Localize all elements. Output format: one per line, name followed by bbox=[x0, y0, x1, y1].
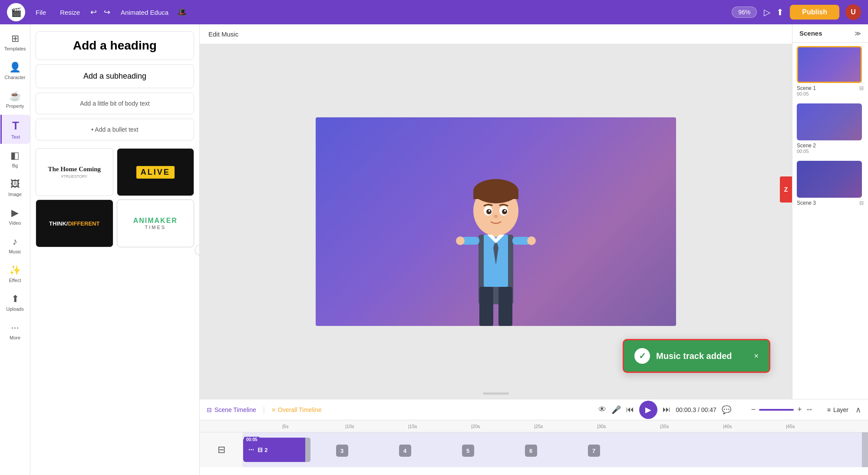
sidebar-item-character[interactable]: 👤 Character bbox=[0, 57, 30, 84]
panel-collapse-arrow[interactable]: ‹ bbox=[195, 245, 200, 255]
zoom-plus[interactable]: + bbox=[797, 405, 802, 414]
track-label-icon: ⊟ bbox=[218, 444, 225, 455]
layer-icon: ≡ bbox=[827, 406, 831, 413]
red-z-button[interactable]: Z bbox=[780, 176, 792, 203]
share-button[interactable]: ⬆ bbox=[776, 7, 784, 17]
property-icon: ☕ bbox=[9, 90, 21, 102]
play-button[interactable]: ▶ bbox=[639, 401, 657, 419]
scene-timeline-icon: ⊟ bbox=[207, 406, 212, 413]
resize-menu[interactable]: Resize bbox=[56, 7, 83, 18]
template-thumb-1[interactable]: The Home Coming #TRUESTORY bbox=[36, 148, 113, 196]
sidebar-item-image[interactable]: 🖼 Image bbox=[0, 174, 30, 201]
timeline-expand-button[interactable]: ∧ bbox=[855, 405, 861, 415]
overall-timeline-tab[interactable]: ≡ Overall Timeline bbox=[272, 406, 322, 413]
sidebar-item-templates[interactable]: ⊞ Templates bbox=[0, 29, 30, 56]
template-thumb-4[interactable]: ANIMAKER TIMES bbox=[117, 199, 195, 247]
track-clip-1[interactable]: 00:05 ··· ⊟ 2 bbox=[243, 438, 310, 462]
sidebar-item-effect-label: Effect bbox=[9, 278, 21, 283]
tick-5s: |5s bbox=[282, 424, 345, 429]
track-content: 00:05 ··· ⊟ 2 3 4 bbox=[243, 432, 862, 467]
svg-point-7 bbox=[456, 236, 465, 245]
template-thumb-2[interactable]: ALIVE bbox=[117, 148, 195, 196]
left-sidebar: ⊞ Templates 👤 Character ☕ Property T Tex… bbox=[0, 24, 30, 475]
overall-timeline-icon: ≡ bbox=[272, 406, 275, 413]
scene-label-3: Scene 3 ⊟ bbox=[797, 200, 864, 206]
sidebar-item-music[interactable]: ♪ Music bbox=[0, 232, 30, 259]
tick-10s: |10s bbox=[345, 424, 408, 429]
sidebar-item-video[interactable]: ▶ Video bbox=[0, 203, 30, 230]
body-card[interactable]: Add a little bit of body text bbox=[36, 93, 194, 114]
scene-item-3[interactable]: Scene 3 ⊟ bbox=[792, 157, 868, 209]
character-svg bbox=[452, 143, 539, 326]
scene-thumb-2 bbox=[797, 103, 862, 140]
track-num-4: 4 bbox=[373, 439, 436, 462]
mic-button[interactable]: 🎤 bbox=[611, 405, 621, 415]
publish-button[interactable]: Publish bbox=[790, 5, 839, 20]
svg-point-18 bbox=[504, 210, 506, 212]
sidebar-item-more[interactable]: ··· More bbox=[0, 318, 30, 345]
scenes-collapse-icon[interactable]: ≫ bbox=[855, 30, 861, 37]
template-grid: The Home Coming #TRUESTORY ALIVE THINK/D… bbox=[36, 148, 194, 247]
topbar: 🎬 File Resize ↩ ↪ Animated Educa 🎩 96% ▷… bbox=[0, 0, 868, 24]
heading-card[interactable]: Add a heading bbox=[36, 31, 194, 60]
sidebar-item-image-label: Image bbox=[8, 192, 22, 197]
next-button[interactable]: ⏭ bbox=[663, 405, 670, 414]
track-num-6: 6 bbox=[499, 439, 562, 462]
more-icon: ··· bbox=[11, 322, 19, 333]
preview-play-button[interactable]: ▷ bbox=[764, 7, 770, 17]
sidebar-item-more-label: More bbox=[10, 335, 20, 340]
templates-icon: ⊞ bbox=[11, 33, 19, 44]
bullet-card[interactable]: • Add a bullet text bbox=[36, 119, 194, 140]
scenes-panel: Scenes ≫ Scene 1 ⊟ 00:05 bbox=[792, 24, 868, 399]
clip-resize-handle[interactable] bbox=[305, 438, 310, 462]
project-emoji: 🎩 bbox=[177, 7, 187, 17]
tick-25s: |25s bbox=[534, 424, 597, 429]
clip-dots-icon: ··· bbox=[248, 446, 254, 454]
sidebar-item-property[interactable]: ☕ Property bbox=[0, 86, 30, 113]
template-thumb-3[interactable]: THINK/DIFFERENT bbox=[36, 199, 113, 247]
scene-item-1[interactable]: Scene 1 ⊟ 00:05 bbox=[792, 43, 868, 100]
expand-button[interactable]: ↔ bbox=[805, 405, 813, 414]
sidebar-item-property-label: Property bbox=[6, 103, 24, 109]
prev-button[interactable]: ⏮ bbox=[626, 405, 634, 414]
timeline-tracks: ⊟ 00:05 ··· ⊟ 2 bbox=[200, 432, 868, 467]
layer-button[interactable]: ≡ Layer bbox=[827, 406, 848, 413]
eye-button[interactable]: 👁 bbox=[598, 405, 606, 414]
canvas[interactable] bbox=[316, 117, 676, 326]
sidebar-item-bg-label: Bg bbox=[12, 163, 18, 168]
svg-point-17 bbox=[488, 210, 490, 212]
track-num-3: 3 bbox=[310, 439, 373, 462]
zoom-slider[interactable] bbox=[759, 409, 794, 411]
sidebar-item-effect[interactable]: ✨ Effect bbox=[0, 260, 30, 287]
subheading-card[interactable]: Add a subheading bbox=[36, 64, 194, 88]
undo-button[interactable]: ↩ bbox=[90, 7, 97, 17]
sidebar-item-uploads[interactable]: ⬆ Uploads bbox=[0, 289, 30, 316]
track-background: 00:05 ··· ⊟ 2 3 4 bbox=[243, 432, 862, 467]
current-time: 00:00.3 / 00:47 bbox=[676, 406, 716, 413]
file-menu[interactable]: File bbox=[32, 7, 50, 18]
canvas-and-scenes: Edit Music bbox=[200, 24, 868, 399]
sidebar-item-bg[interactable]: ◧ Bg bbox=[0, 146, 30, 173]
timeline: ⊟ Scene Timeline | ≡ Overall Timeline 👁 … bbox=[200, 399, 868, 475]
main-layout: ⊞ Templates 👤 Character ☕ Property T Tex… bbox=[0, 24, 868, 475]
timeline-resize-handle[interactable] bbox=[862, 432, 868, 467]
clip-time-badge: 00:05 bbox=[244, 437, 260, 442]
tick-20s: |20s bbox=[471, 424, 534, 429]
scene-timeline-tab[interactable]: ⊟ Scene Timeline bbox=[207, 406, 256, 413]
sidebar-item-uploads-label: Uploads bbox=[6, 306, 23, 312]
zoom-control[interactable]: 96% bbox=[732, 7, 757, 18]
zoom-minus[interactable]: − bbox=[751, 405, 756, 414]
tick-35s: |35s bbox=[660, 424, 723, 429]
canvas-area: Edit Music bbox=[200, 24, 792, 399]
scene-thumb-1 bbox=[797, 46, 862, 83]
timeline-controls: 👁 🎤 ⏮ ▶ ⏭ 00:00.3 / 00:47 💬 bbox=[598, 401, 731, 419]
scene-item-2[interactable]: Scene 2 00:05 bbox=[792, 100, 868, 157]
track-num-5: 5 bbox=[436, 439, 499, 462]
tick-45s: |45s bbox=[786, 424, 849, 429]
logo-icon: 🎬 bbox=[11, 7, 22, 17]
redo-button[interactable]: ↪ bbox=[104, 7, 110, 17]
toast-close-button[interactable]: × bbox=[754, 352, 759, 361]
avatar[interactable]: U bbox=[845, 4, 861, 20]
sidebar-item-text[interactable]: T Text bbox=[0, 115, 30, 144]
subtitle-button[interactable]: 💬 bbox=[722, 405, 731, 415]
